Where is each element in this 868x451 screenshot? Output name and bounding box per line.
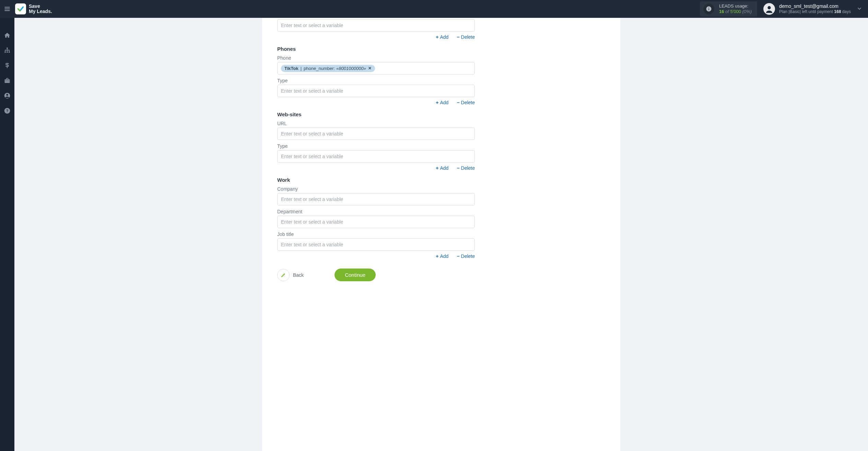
section-title-work: Work — [277, 177, 475, 183]
input-top[interactable]: Enter text or select a variable — [277, 19, 475, 32]
add-button[interactable]: +Add — [436, 165, 448, 171]
user-plan: Plan |Basic| left until payment 168 days — [779, 9, 851, 14]
add-button[interactable]: +Add — [436, 34, 448, 40]
left-rail: ? — [0, 18, 14, 451]
chip-source: TikTok — [284, 66, 298, 71]
delete-button[interactable]: −Delete — [457, 165, 475, 171]
variable-chip-phone: TikTok | phone_number: «8001000000» ✕ — [281, 65, 375, 72]
usage-text: LEADS usage: 16 of 5'000 (0%) — [719, 3, 752, 15]
hamburger-icon[interactable] — [3, 5, 11, 13]
minus-icon: − — [457, 34, 459, 40]
brand-logo[interactable]: Save My Leads. — [15, 3, 52, 14]
svg-text:?: ? — [6, 109, 9, 113]
svg-point-7 — [767, 6, 771, 9]
svg-rect-8 — [7, 48, 8, 49]
user-block[interactable]: demo_sml_test@gmail.com Plan |Basic| lef… — [763, 3, 851, 15]
svg-rect-11 — [9, 51, 10, 52]
top-bar: Save My Leads. LEADS usage: 16 of 5'000 … — [0, 0, 868, 18]
plus-icon: + — [436, 34, 438, 40]
briefcase-icon[interactable] — [3, 77, 11, 84]
delete-button[interactable]: −Delete — [457, 34, 475, 40]
usage-of: of — [725, 9, 730, 14]
delete-button[interactable]: −Delete — [457, 253, 475, 259]
input-url-type[interactable]: Enter text or select a variable — [277, 150, 475, 163]
svg-rect-4 — [708, 9, 709, 10]
chevron-down-icon[interactable] — [855, 5, 864, 13]
back-label: Back — [293, 272, 304, 278]
main-area: Enter text or select a variable +Add −De… — [14, 18, 868, 451]
dollar-icon[interactable] — [3, 62, 11, 69]
user-icon[interactable] — [3, 92, 11, 99]
input-phone[interactable]: TikTok | phone_number: «8001000000» ✕ — [277, 62, 475, 74]
usage-widget: LEADS usage: 16 of 5'000 (0%) — [700, 1, 757, 17]
field-label-url-type: Type — [277, 143, 475, 149]
field-label-url: URL — [277, 121, 475, 126]
usage-count: 16 — [719, 9, 724, 14]
user-email: demo_sml_test@gmail.com — [779, 3, 851, 9]
input-placeholder: Enter text or select a variable — [281, 131, 343, 137]
svg-rect-10 — [7, 51, 8, 52]
input-job-title[interactable]: Enter text or select a variable — [277, 238, 475, 251]
plus-icon: + — [436, 165, 438, 171]
usage-total: 5'000 — [730, 9, 741, 14]
field-label-job-title: Job title — [277, 232, 475, 237]
svg-rect-9 — [5, 51, 6, 52]
home-icon[interactable] — [3, 32, 11, 39]
avatar-icon — [763, 3, 775, 15]
input-url[interactable]: Enter text or select a variable — [277, 128, 475, 140]
brand-name: Save My Leads. — [29, 4, 52, 14]
section-title-websites: Web-sites — [277, 111, 475, 117]
field-label-company: Company — [277, 186, 475, 192]
user-text: demo_sml_test@gmail.com Plan |Basic| lef… — [779, 3, 851, 14]
input-placeholder: Enter text or select a variable — [281, 219, 343, 225]
continue-button[interactable]: Continue — [335, 269, 376, 281]
plus-icon: + — [436, 100, 438, 105]
svg-rect-5 — [708, 8, 709, 8]
minus-icon: − — [457, 165, 459, 171]
chip-key: phone_number: — [304, 66, 335, 71]
pencil-icon — [277, 269, 290, 281]
minus-icon: − — [457, 100, 459, 105]
usage-label: LEADS usage: — [719, 3, 752, 9]
field-label-phone-type: Type — [277, 78, 475, 83]
help-icon[interactable]: ? — [3, 107, 11, 115]
minus-icon: − — [457, 253, 459, 259]
field-label-phone: Phone — [277, 55, 475, 61]
section-title-phones: Phones — [277, 46, 475, 52]
logo-mark-icon — [15, 3, 26, 14]
input-placeholder: Enter text or select a variable — [281, 242, 343, 247]
input-department[interactable]: Enter text or select a variable — [277, 216, 475, 228]
info-icon — [703, 3, 714, 14]
chip-value: «8001000000» — [336, 66, 366, 71]
add-button[interactable]: +Add — [436, 100, 448, 105]
add-button[interactable]: +Add — [436, 253, 448, 259]
svg-rect-12 — [5, 80, 10, 83]
form-panel: Enter text or select a variable +Add −De… — [262, 18, 620, 451]
input-phone-type[interactable]: Enter text or select a variable — [277, 85, 475, 97]
field-label-department: Department — [277, 209, 475, 214]
chip-remove-icon[interactable]: ✕ — [368, 66, 372, 71]
svg-point-15 — [6, 94, 8, 96]
plus-icon: + — [436, 253, 438, 259]
connections-icon[interactable] — [3, 47, 11, 54]
delete-button[interactable]: −Delete — [457, 100, 475, 105]
input-placeholder: Enter text or select a variable — [281, 88, 343, 94]
input-company[interactable]: Enter text or select a variable — [277, 193, 475, 205]
input-placeholder: Enter text or select a variable — [281, 23, 343, 28]
usage-percent: (0%) — [742, 9, 752, 14]
back-button[interactable]: Back — [277, 269, 304, 281]
input-placeholder: Enter text or select a variable — [281, 154, 343, 159]
input-placeholder: Enter text or select a variable — [281, 197, 343, 202]
